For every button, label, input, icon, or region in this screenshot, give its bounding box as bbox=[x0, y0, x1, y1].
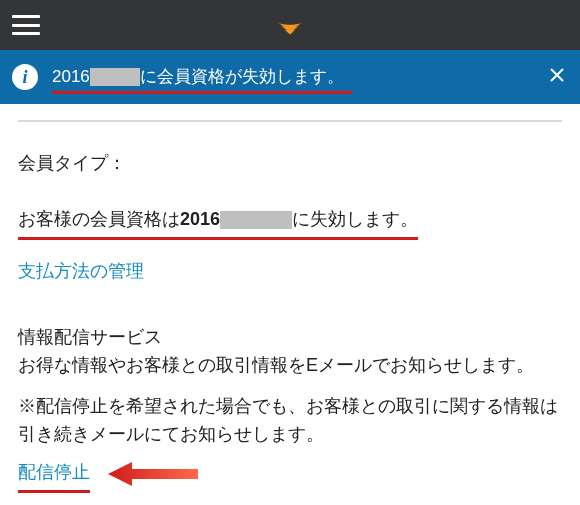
info-service-note: ※配信停止を希望された場合でも、お客様との取引に関する情報は引き続きメールにてお… bbox=[18, 393, 562, 449]
expiry-year: 2016 bbox=[180, 209, 220, 229]
unsubscribe-link[interactable]: 配信停止 bbox=[18, 459, 90, 489]
svg-marker-0 bbox=[108, 462, 198, 486]
divider bbox=[18, 120, 562, 122]
close-icon[interactable] bbox=[550, 68, 564, 86]
audible-logo-icon bbox=[275, 10, 305, 40]
top-app-bar bbox=[0, 0, 580, 50]
member-type-label: 会員タイプ： bbox=[18, 150, 562, 178]
manage-payment-link[interactable]: 支払方法の管理 bbox=[18, 258, 144, 286]
banner-suffix: に会員資格が失効します。 bbox=[140, 67, 344, 86]
main-content: 会員タイプ： お客様の会員資格は2016 に失効します。 支払方法の管理 情報配… bbox=[0, 104, 580, 489]
expiry-redacted bbox=[220, 211, 292, 229]
notification-banner: i 2016 に会員資格が失効します。 bbox=[0, 50, 580, 104]
info-icon: i bbox=[12, 64, 38, 90]
info-service-body: お得な情報やお客様との取引情報をEメールでお知らせします。 bbox=[18, 352, 562, 380]
annotation-underline bbox=[18, 237, 418, 240]
info-service-title: 情報配信サービス bbox=[18, 324, 562, 352]
banner-year: 2016 bbox=[52, 67, 90, 86]
banner-message: 2016 に会員資格が失効します。 bbox=[52, 65, 344, 90]
annotation-arrow-icon bbox=[108, 460, 198, 488]
annotation-underline bbox=[52, 91, 352, 94]
expiry-message: お客様の会員資格は2016 に失効します。 bbox=[18, 206, 418, 238]
expiry-suffix: に失効します。 bbox=[292, 209, 418, 229]
banner-redacted bbox=[90, 68, 140, 86]
menu-icon[interactable] bbox=[12, 15, 40, 35]
expiry-prefix: お客様の会員資格は bbox=[18, 209, 180, 229]
